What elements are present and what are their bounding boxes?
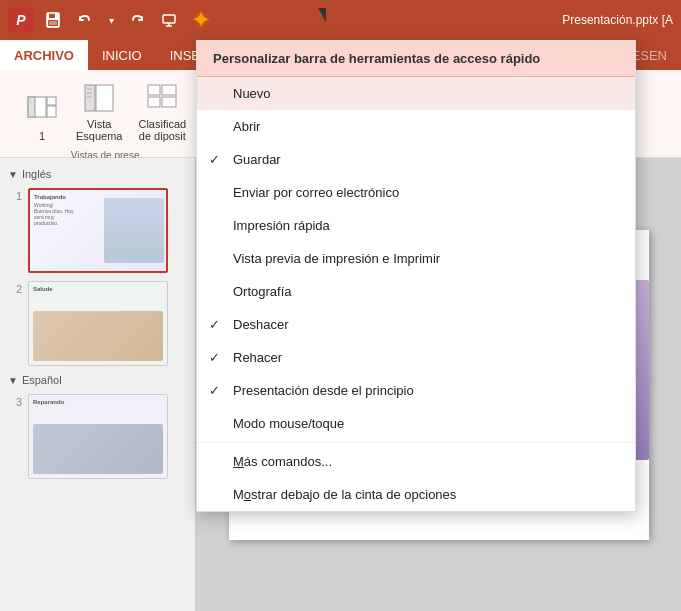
dropdown-more-label-rest: ás comandos... xyxy=(244,454,332,469)
dropdown-item-nuevo[interactable]: Nuevo xyxy=(197,77,635,110)
customize-toolbar-dropdown: Personalizar barra de herramientas de ac… xyxy=(196,40,636,512)
dropdown-nuevo-label: Nuevo xyxy=(233,86,271,101)
dropdown-item-undo[interactable]: ✓ Deshacer xyxy=(197,308,635,341)
check-icon-redo: ✓ xyxy=(209,350,220,365)
dropdown-item-spell[interactable]: Ortografía xyxy=(197,275,635,308)
dropdown-mouse-mode-label: Modo mouse/toque xyxy=(233,416,344,431)
dropdown-item-mouse-mode[interactable]: Modo mouse/toque xyxy=(197,407,635,440)
dropdown-item-print-quick[interactable]: Impresión rápida xyxy=(197,209,635,242)
dropdown-spell-label: Ortografía xyxy=(233,284,292,299)
dropdown-header: Personalizar barra de herramientas de ac… xyxy=(197,41,635,77)
check-icon-guardar: ✓ xyxy=(209,152,220,167)
dropdown-abrir-label: Abrir xyxy=(233,119,260,134)
dropdown-email-label: Enviar por correo electrónico xyxy=(233,185,399,200)
dropdown-redo-label: Rehacer xyxy=(233,350,282,365)
check-icon-slideshow: ✓ xyxy=(209,383,220,398)
dropdown-show-below-label: Mostrar debajo de la cinta de opciones xyxy=(233,487,456,502)
dropdown-print-quick-label: Impresión rápida xyxy=(233,218,330,233)
check-icon-undo: ✓ xyxy=(209,317,220,332)
dropdown-item-email[interactable]: Enviar por correo electrónico xyxy=(197,176,635,209)
dropdown-more-label: M xyxy=(233,454,244,469)
dropdown-divider xyxy=(197,442,635,443)
dropdown-guardar-label: Guardar xyxy=(233,152,281,167)
dropdown-item-more[interactable]: Más comandos... xyxy=(197,445,635,478)
dropdown-slideshow-label: Presentación desde el principio xyxy=(233,383,414,398)
dropdown-item-print-preview[interactable]: Vista previa de impresión e Imprimir xyxy=(197,242,635,275)
dropdown-item-redo[interactable]: ✓ Rehacer xyxy=(197,341,635,374)
dropdown-item-show-below[interactable]: Mostrar debajo de la cinta de opciones xyxy=(197,478,635,511)
dropdown-item-guardar[interactable]: ✓ Guardar xyxy=(197,143,635,176)
dropdown-item-slideshow[interactable]: ✓ Presentación desde el principio xyxy=(197,374,635,407)
dropdown-overlay[interactable]: Personalizar barra de herramientas de ac… xyxy=(0,0,681,611)
dropdown-print-preview-label: Vista previa de impresión e Imprimir xyxy=(233,251,440,266)
dropdown-undo-label: Deshacer xyxy=(233,317,289,332)
dropdown-item-abrir[interactable]: Abrir xyxy=(197,110,635,143)
